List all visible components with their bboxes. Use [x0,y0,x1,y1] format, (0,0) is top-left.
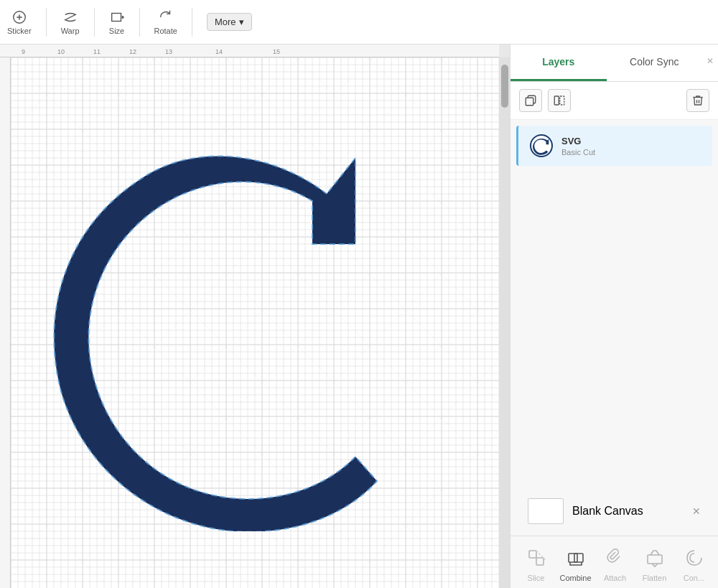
sep4 [192,8,192,37]
ruler-tick: 12 [129,48,136,55]
panel-actions: Slice Combine [510,536,718,588]
ruler-tick: 10 [57,48,65,55]
svg-rect-2 [526,98,533,106]
canvas-area[interactable]: 9 10 11 12 13 14 15 [0,45,510,588]
contour-label: Con... [684,574,704,582]
slice-icon [523,545,549,571]
scrollbar-vertical[interactable] [499,57,510,588]
contour-button[interactable]: Con... [674,545,714,582]
warp-label: Warp [61,27,80,35]
blank-canvas-close[interactable]: ✕ [692,505,701,517]
svg-rect-3 [554,96,559,105]
sep2 [94,8,95,37]
delete-button[interactable] [686,89,709,112]
grid-canvas[interactable] [11,57,499,588]
ruler-tick: 11 [93,48,101,55]
slice-button[interactable]: Slice [516,545,556,582]
ruler-vertical [0,57,11,588]
flatten-icon [642,545,668,571]
svg-rect-6 [536,558,544,565]
sticker-label: Sticker [7,27,32,35]
blank-canvas-item[interactable]: Blank Canvas ✕ [516,491,712,531]
ruler-tick: 9 [22,48,25,55]
layer-subtitle: Basic Cut [561,148,595,157]
flatten-label: Flatten [643,574,667,582]
attach-icon [602,545,628,571]
blank-canvas-thumbnail [528,498,564,524]
sticker-tool[interactable]: Sticker [7,9,32,35]
attach-button[interactable]: Attach [595,545,635,582]
ruler-tick: 13 [165,48,172,55]
combine-icon [563,545,589,571]
sep3 [139,8,140,37]
panel-tabs: Layers Color Sync ✕ [510,45,718,82]
mirror-button[interactable] [548,89,571,112]
toolbar: Sticker Warp Size Rotate More ▾ [0,0,718,45]
duplicate-button[interactable] [519,89,542,112]
ruler-tick: 14 [215,48,223,55]
svg-rect-5 [529,551,536,558]
main-content: 9 10 11 12 13 14 15 [0,45,718,588]
attach-label: Attach [604,574,626,582]
rotate-tool[interactable]: Rotate [154,9,177,35]
panel-toolbar [510,82,718,120]
svg-rect-4 [560,96,564,105]
layer-title: SVG [561,136,595,146]
combine-button[interactable]: Combine [556,545,595,582]
panel-spacer [510,166,718,487]
slice-label: Slice [528,574,545,582]
panel-close-button[interactable]: ✕ [702,45,718,81]
blank-canvas-label: Blank Canvas [572,505,643,518]
svg-rect-7 [569,554,577,562]
layer-item[interactable]: SVG Basic Cut [516,126,712,166]
ruler-horizontal: 9 10 11 12 13 14 15 [0,45,499,57]
svg-rect-9 [648,555,662,564]
layer-info: SVG Basic Cut [561,136,595,157]
sep1 [46,8,47,37]
ruler-tick: 15 [273,48,280,55]
more-button[interactable]: More ▾ [207,13,252,31]
right-panel: Layers Color Sync ✕ [510,45,718,588]
warp-tool[interactable]: Warp [61,9,80,35]
tab-color-sync[interactable]: Color Sync [607,45,703,81]
scroll-thumb[interactable] [501,65,508,108]
svg-rect-1 [111,13,121,21]
letter-c-svg[interactable] [47,115,406,531]
svg-rect-8 [574,554,583,562]
more-label: More [215,17,236,27]
rotate-label: Rotate [154,27,177,35]
contour-icon [681,545,707,571]
more-chevron: ▾ [239,17,244,27]
combine-label: Combine [559,574,591,582]
action-buttons-row: Slice Combine [516,545,712,582]
flatten-button[interactable]: Flatten [635,545,674,582]
tab-layers[interactable]: Layers [510,45,607,81]
size-tool[interactable]: Size [109,9,125,35]
size-label: Size [109,27,124,35]
layer-icon [530,134,553,157]
